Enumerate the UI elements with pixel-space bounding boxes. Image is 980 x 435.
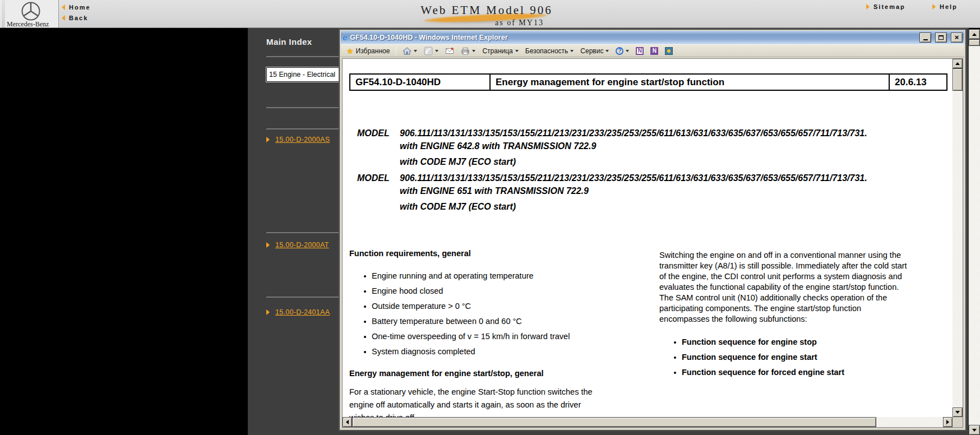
model-block-2: MODEL906.111/113/131/133/135/153/155/211… — [349, 172, 953, 213]
mercedes-star-icon — [20, 1, 42, 21]
scrollbar-thumb[interactable] — [352, 417, 876, 427]
paragraph: For a stationary vehicle, the engine Sta… — [349, 386, 606, 417]
section-heading: Function requirements, general — [349, 248, 606, 258]
home-icon — [403, 47, 412, 55]
model-label: MODEL — [357, 127, 392, 140]
research-button[interactable] — [663, 47, 675, 55]
sitemap-link[interactable]: Sitemap — [866, 3, 905, 10]
window-titlebar[interactable]: e GF54.10-D-1040HD - Windows Internet Ex… — [341, 31, 964, 44]
mercedes-logo: Mercedes-Benz — [5, 0, 59, 27]
document-horizontal-scrollbar[interactable] — [343, 417, 953, 427]
right-column: Switching the engine on and off in a con… — [659, 248, 934, 417]
document-columns: Function requirements, general Engine ru… — [349, 248, 953, 417]
document-title: Energy management for engine start/stop … — [489, 75, 889, 90]
app-subtitle: as of MY13 — [495, 18, 544, 27]
mercedes-wordmark: Mercedes-Benz — [7, 20, 49, 29]
page-vertical-scrollbar[interactable] — [969, 29, 980, 435]
arrow-left-icon — [346, 420, 349, 424]
printer-icon — [461, 47, 470, 55]
model-engine: with ENGINE 642.8 with TRANSMISSION 722.… — [400, 140, 596, 152]
home-link[interactable]: Home — [62, 4, 91, 11]
section-heading: Energy management for engine start/stop,… — [349, 368, 606, 378]
model-list: 906.111/113/131/133/135/153/155/211/213/… — [400, 172, 867, 184]
scrollbar-corner — [953, 417, 963, 427]
arrow-down-icon — [955, 411, 960, 414]
model-label: MODEL — [357, 172, 392, 184]
onenote-button[interactable]: N — [634, 47, 646, 55]
scroll-up-button[interactable] — [953, 59, 963, 68]
scroll-up-button[interactable] — [969, 29, 980, 39]
home-button[interactable] — [400, 46, 419, 56]
print-dropdown-icon — [472, 50, 475, 52]
help-icon: ? — [616, 47, 623, 55]
help-menu[interactable]: ? — [613, 47, 631, 55]
list-item: Function sequence for engine stop — [659, 337, 934, 348]
star-icon: ★ — [346, 47, 354, 55]
scroll-down-button[interactable] — [953, 408, 963, 417]
onenote-send-button[interactable]: N — [648, 47, 660, 55]
maximize-icon — [939, 35, 944, 40]
security-menu[interactable]: Безопасность — [523, 47, 576, 55]
scrollbar-thumb[interactable] — [969, 39, 980, 46]
arrow-up-icon — [955, 62, 960, 65]
maximize-button[interactable] — [935, 33, 947, 43]
ie-command-bar: ★ Избранное Страница Безопасность Серв — [341, 44, 964, 57]
page-dropdown-icon — [515, 50, 519, 52]
help-link[interactable]: Help — [932, 3, 958, 10]
requirements-list: Engine running and at operating temperat… — [349, 271, 606, 357]
home-arrow-icon — [62, 4, 65, 10]
help-dropdown-icon — [626, 50, 629, 52]
security-dropdown-icon — [570, 50, 574, 52]
arrow-up-icon — [972, 33, 977, 36]
sidebar-link-2000AT[interactable]: 15.00-D-2000AT — [266, 241, 329, 249]
sidebar-link-2000AS[interactable]: 15.00-D-2000AS — [266, 136, 330, 144]
feeds-button[interactable] — [422, 46, 441, 56]
page-menu[interactable]: Страница — [480, 47, 520, 55]
read-mail-button[interactable] — [443, 46, 456, 56]
scrollbar-thumb[interactable] — [953, 68, 963, 91]
model-engine: with ENGINE 651 with TRANSMISSION 722.9 — [400, 184, 589, 197]
close-button[interactable]: × — [951, 33, 963, 43]
scroll-left-button[interactable] — [343, 417, 352, 427]
link-arrow-icon — [266, 242, 270, 248]
sidebar-link-2401AA[interactable]: 15.00-D-2401AA — [266, 308, 330, 316]
scroll-down-button[interactable] — [969, 425, 980, 435]
scroll-right-button[interactable] — [943, 417, 953, 427]
back-link[interactable]: Back — [62, 15, 88, 21]
scrollbar-track[interactable] — [969, 29, 980, 435]
tools-menu[interactable]: Сервис — [578, 47, 611, 55]
toolbar-separator — [396, 47, 396, 55]
list-item: Engine hood closed — [349, 286, 606, 297]
minimize-icon — [923, 39, 928, 40]
arrow-down-icon — [972, 429, 977, 432]
scrollbar-track[interactable] — [953, 59, 963, 417]
internet-explorer-icon: e — [343, 33, 347, 42]
home-dropdown-icon — [414, 50, 417, 52]
list-item: System diagnosis completed — [349, 346, 606, 357]
link-arrow-icon — [266, 137, 270, 142]
list-item: Function sequence for forced engine star… — [659, 367, 934, 378]
list-item: Engine running and at operating temperat… — [349, 271, 606, 281]
favorites-button[interactable]: ★ Избранное — [344, 46, 392, 56]
left-column: Function requirements, general Engine ru… — [349, 248, 606, 417]
document-viewport: GF54.10-D-1040HD Energy management for e… — [343, 59, 953, 417]
onenote-send-icon: N — [650, 47, 658, 55]
document: GF54.10-D-1040HD Energy management for e… — [343, 59, 953, 417]
list-item: Function sequence for engine start — [659, 352, 934, 363]
app-header: Mercedes-Benz Home Back Web ETM Model 90… — [0, 0, 980, 28]
app-title: Web ETM Model 906 — [394, 3, 579, 17]
arrow-right-icon — [946, 420, 949, 424]
ie-popup-window: e GF54.10-D-1040HD - Windows Internet Ex… — [339, 29, 966, 431]
model-list: 906.111/113/131/133/135/153/155/211/213/… — [400, 127, 867, 140]
list-item: Outside temperature > 0 °C — [349, 301, 606, 312]
print-button[interactable] — [459, 46, 478, 56]
list-item: Battery temperature between 0 and 60 °C — [349, 316, 606, 327]
model-block-1: MODEL906.111/113/131/133/135/153/155/211… — [349, 127, 953, 168]
mail-icon — [445, 47, 454, 55]
minimize-button[interactable] — [919, 33, 931, 43]
onenote-icon: N — [636, 47, 644, 55]
paragraph: Switching the engine on and off in a con… — [659, 250, 934, 325]
document-date: 20.6.13 — [889, 75, 945, 90]
list-item: One-time overspeeding of v = 15 km/h in … — [349, 331, 606, 342]
document-vertical-scrollbar[interactable] — [953, 59, 963, 417]
